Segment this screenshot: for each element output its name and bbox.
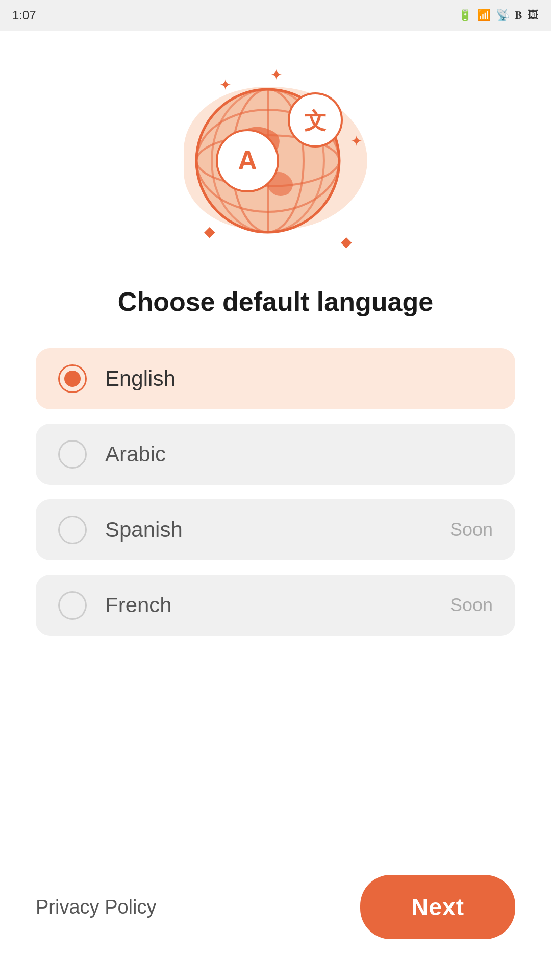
language-option-arabic[interactable]: Arabic <box>36 424 515 485</box>
sparkle-icon-3: ◆ <box>204 223 215 240</box>
sparkle-icon-1: ✦ <box>219 77 231 93</box>
language-label-spanish: Spanish <box>105 518 450 542</box>
radio-spanish[interactable] <box>58 516 87 544</box>
page-title: Choose default language <box>118 286 433 317</box>
sparkle-icon-2: ✦ <box>270 66 282 83</box>
language-label-arabic: Arabic <box>105 442 493 467</box>
photo-icon: 🖼 <box>528 9 539 22</box>
signal-icon: 📶 <box>477 9 491 22</box>
sparkle-icon-4: ◆ <box>341 233 352 250</box>
language-list: English Arabic Spanish Soon French Soon <box>36 348 515 636</box>
privacy-policy-link[interactable]: Privacy Policy <box>36 896 157 918</box>
soon-badge-french: Soon <box>450 595 493 616</box>
status-time: 1:07 <box>12 8 36 22</box>
soon-badge-spanish: Soon <box>450 519 493 541</box>
next-button[interactable]: Next <box>360 875 515 939</box>
language-label-english: English <box>105 366 493 391</box>
radio-inner-english <box>64 371 81 387</box>
globe-svg: A 文 <box>189 71 357 240</box>
language-option-french[interactable]: French Soon <box>36 575 515 636</box>
radio-english[interactable] <box>58 364 87 393</box>
globe-illustration: ✦ ✦ ◆ ◆ ✦ A <box>168 61 383 255</box>
svg-text:文: 文 <box>304 108 327 133</box>
status-bar: 1:07 🔋 📶 📡 𝐁 🖼 <box>0 0 551 31</box>
language-option-english[interactable]: English <box>36 348 515 409</box>
language-option-spanish[interactable]: Spanish Soon <box>36 499 515 560</box>
radio-french[interactable] <box>58 591 87 620</box>
svg-text:A: A <box>238 145 257 175</box>
language-label-french: French <box>105 593 450 618</box>
sparkle-icon-5: ✦ <box>350 133 362 150</box>
wifi-icon: 📡 <box>496 9 510 22</box>
battery-icon: 🔋 <box>458 9 472 22</box>
main-content: ✦ ✦ ◆ ◆ ✦ A <box>0 31 551 844</box>
bottom-bar: Privacy Policy Next <box>0 844 551 980</box>
radio-arabic[interactable] <box>58 440 87 469</box>
status-icons: 🔋 📶 📡 𝐁 🖼 <box>458 9 539 22</box>
bold-b-icon: 𝐁 <box>515 9 522 22</box>
